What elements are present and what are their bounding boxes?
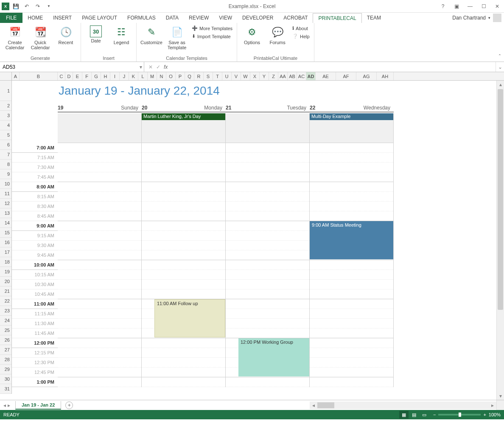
scroll-down-icon[interactable]: ▾ [497, 392, 504, 400]
col-header[interactable]: H [101, 72, 110, 80]
row-header[interactable]: 18 [0, 257, 11, 267]
day-column[interactable] [58, 143, 142, 387]
col-header[interactable]: R [194, 72, 204, 80]
col-header[interactable]: S [204, 72, 213, 80]
tab-formulas[interactable]: FORMULAS [122, 13, 161, 23]
col-header[interactable]: I [110, 72, 120, 80]
day-column[interactable]: 12:00 PM Working Group [226, 143, 310, 387]
calendar-event[interactable]: 11:00 AM Follow up [154, 299, 225, 337]
customize-button[interactable]: ✎Customize [139, 24, 164, 55]
row-header[interactable]: 28 [0, 355, 11, 365]
row-header[interactable]: 17 [0, 247, 11, 257]
allday-cell[interactable]: Martin Luther King, Jr's Day [142, 113, 226, 143]
row-header[interactable]: 21 [0, 286, 11, 296]
day-column[interactable]: 9:00 AM Status Meeting [310, 143, 394, 387]
zoom-out-icon[interactable]: − [433, 412, 436, 417]
name-box[interactable]: ▾ [0, 62, 144, 72]
col-header[interactable]: T [213, 72, 222, 80]
col-header[interactable]: AF [336, 72, 356, 80]
tab-data[interactable]: DATA [161, 13, 184, 23]
row-header[interactable]: 14 [0, 218, 11, 228]
qat-customize-button[interactable]: ▼ [44, 2, 53, 11]
tab-review[interactable]: REVIEW [184, 13, 214, 23]
col-header[interactable]: D [65, 72, 73, 80]
chevron-down-icon[interactable]: ▾ [140, 64, 142, 70]
col-header[interactable]: A [12, 72, 20, 80]
row-header[interactable]: 15 [0, 228, 11, 238]
row-header[interactable]: 24 [0, 316, 11, 326]
formula-input[interactable] [172, 62, 496, 72]
calendar-event[interactable]: 12:00 PM Working Group [238, 338, 309, 376]
row-header[interactable]: 19 [0, 267, 11, 277]
col-header[interactable]: AD [306, 72, 316, 80]
split-handle[interactable] [496, 400, 504, 410]
tab-acrobat[interactable]: ACROBAT [278, 13, 313, 23]
col-header[interactable]: Q [185, 72, 194, 80]
allday-cell[interactable] [58, 113, 142, 143]
col-header[interactable]: W [241, 72, 250, 80]
save-as-template-button[interactable]: 📄Save as Template [165, 24, 189, 55]
import-template-button[interactable]: ⬇Import Template [190, 33, 234, 40]
ribbon-display-icon[interactable]: ▣ [451, 2, 462, 11]
tab-team[interactable]: TEAM [362, 13, 386, 23]
row-header[interactable]: 26 [0, 335, 11, 345]
scroll-thumb[interactable] [498, 89, 503, 310]
row-header[interactable]: 16 [0, 238, 11, 247]
col-header[interactable]: AC [297, 72, 306, 80]
legend-button[interactable]: ☷Legend [109, 24, 134, 55]
col-header[interactable]: Z [269, 72, 278, 80]
hscroll-thumb[interactable] [317, 402, 334, 408]
row-header[interactable]: 23 [0, 306, 11, 316]
sheet-tab-active[interactable]: Jan 19 - Jan 22 [15, 401, 61, 410]
scroll-right-icon[interactable]: ▸ [489, 402, 496, 408]
maximize-button[interactable]: ☐ [479, 2, 489, 11]
undo-button[interactable]: ↶ [22, 2, 31, 11]
row-header[interactable]: 3 [0, 111, 11, 121]
row-header[interactable]: 5 [0, 130, 11, 140]
date-button[interactable]: 30Date [84, 24, 108, 55]
view-normal-icon[interactable]: ▦ [399, 411, 409, 418]
help-icon[interactable]: ? [438, 2, 448, 11]
name-box-input[interactable] [3, 64, 141, 70]
col-header[interactable]: AH [377, 72, 394, 80]
collapse-ribbon-icon[interactable]: ˆ [499, 54, 501, 60]
scroll-up-icon[interactable]: ▴ [497, 81, 504, 88]
file-tab[interactable]: FILE [0, 13, 22, 23]
col-header[interactable]: X [250, 72, 260, 80]
redo-button[interactable]: ↷ [33, 2, 42, 11]
col-header[interactable]: V [232, 72, 241, 80]
col-header[interactable]: N [157, 72, 166, 80]
user-account[interactable]: Dan Chartrand ▾ [452, 13, 504, 23]
tab-home[interactable]: HOME [22, 13, 48, 23]
horizontal-scrollbar[interactable]: ◂ ▸ [310, 402, 496, 409]
close-button[interactable]: ✕ [492, 2, 502, 11]
tab-pagelayout[interactable]: PAGE LAYOUT [77, 13, 122, 23]
row-header[interactable]: 2 [0, 101, 11, 111]
quick-calendar-button[interactable]: 📆Quick Calendar [28, 24, 53, 55]
tab-insert[interactable]: INSERT [48, 13, 77, 23]
row-header[interactable]: 22 [0, 296, 11, 306]
row-header[interactable]: 20 [0, 277, 11, 286]
minimize-button[interactable]: — [465, 2, 475, 11]
tab-next-icon[interactable]: ▸ [8, 402, 10, 408]
scroll-left-icon[interactable]: ◂ [310, 402, 317, 408]
col-header[interactable]: AB [288, 72, 297, 80]
row-header[interactable]: 11 [0, 189, 11, 199]
tab-printablecal[interactable]: PRINTABLECAL [313, 13, 361, 23]
tab-view[interactable]: VIEW [214, 13, 237, 23]
fx-icon[interactable]: fx [164, 64, 168, 70]
row-header[interactable]: 25 [0, 326, 11, 335]
save-button[interactable]: 💾 [11, 2, 20, 11]
col-header[interactable]: AG [356, 72, 377, 80]
recent-button[interactable]: 🕓Recent [53, 24, 78, 55]
view-page-layout-icon[interactable]: ▤ [409, 411, 419, 418]
day-column[interactable]: 11:00 AM Follow up [142, 143, 226, 387]
col-header[interactable]: U [222, 72, 232, 80]
zoom-in-icon[interactable]: + [483, 412, 486, 417]
allday-cell[interactable]: Multi-Day Example [310, 113, 394, 143]
zoom-control[interactable]: − + 100% [433, 412, 501, 417]
row-header[interactable]: 31 [0, 384, 11, 394]
allday-cell[interactable] [226, 113, 310, 143]
tab-prev-icon[interactable]: ◂ [3, 402, 6, 408]
row-header[interactable]: 4 [0, 121, 11, 130]
